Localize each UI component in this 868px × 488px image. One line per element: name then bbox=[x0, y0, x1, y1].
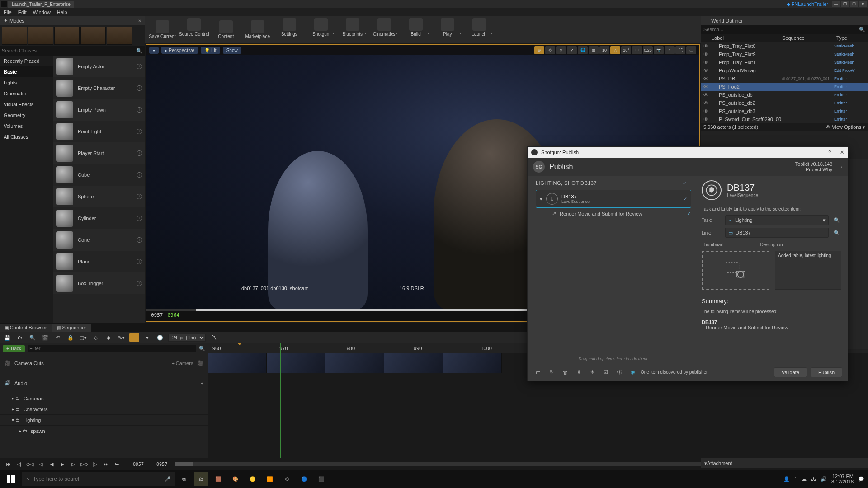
cat-basic[interactable]: Basic bbox=[0, 66, 53, 77]
info-icon[interactable]: i bbox=[137, 216, 142, 221]
start-button[interactable] bbox=[0, 470, 22, 488]
outliner-row[interactable]: 👁PropWindManagEdit PropW bbox=[701, 66, 868, 75]
outliner-row[interactable]: 👁PS_outside_db3Emitter bbox=[701, 107, 868, 115]
fps-select[interactable]: 24 fps (film) bbox=[168, 334, 206, 342]
actor-empty-character[interactable]: Empty Characteri bbox=[53, 77, 145, 99]
save-icon[interactable]: 💾 bbox=[3, 333, 12, 342]
outliner-row[interactable]: 👁P_Sword_Cut_Scsf0290_001Emitter bbox=[701, 115, 868, 123]
key-mode-icon[interactable] bbox=[129, 333, 139, 342]
app-icon-1[interactable]: 🟫 bbox=[211, 472, 226, 486]
play-icon[interactable]: ▶ bbox=[59, 461, 66, 467]
project-tab[interactable]: Launch_Trailer_P_Enterprise bbox=[8, 1, 74, 8]
viewport-layout-icon[interactable]: ▭ bbox=[686, 46, 696, 54]
info-icon[interactable]: i bbox=[137, 237, 142, 243]
undo-icon[interactable]: ↶ bbox=[53, 333, 62, 342]
toolbar-content[interactable]: Content bbox=[211, 18, 241, 42]
next-key-icon[interactable]: ▷◇ bbox=[80, 461, 88, 467]
actor-empty-actor[interactable]: Empty Actori bbox=[53, 56, 145, 77]
track-cameras[interactable]: ▸ 🗀 Cameras bbox=[0, 393, 208, 404]
grid-snap-value[interactable]: 10 bbox=[599, 46, 609, 54]
track-camera-cuts[interactable]: 🎥 Camera Cuts + Camera 🎥 bbox=[0, 353, 208, 373]
subtask-label[interactable]: Render Movie and Submit for Review bbox=[560, 211, 642, 216]
scale-snap-icon[interactable]: ⬚ bbox=[632, 46, 642, 54]
translate-tool-icon[interactable]: ✥ bbox=[545, 46, 555, 54]
modes-search-input[interactable] bbox=[2, 48, 136, 53]
col-sequence[interactable]: Sequence bbox=[782, 35, 836, 41]
track-spawn[interactable]: ▸ 🗀 spawn bbox=[0, 426, 208, 436]
modes-search[interactable]: 🔍 bbox=[0, 46, 145, 56]
playhead[interactable] bbox=[240, 343, 240, 458]
key-changed-icon[interactable]: ◈ bbox=[104, 333, 113, 342]
viewport-menu[interactable]: ▾ bbox=[149, 47, 159, 54]
marker[interactable] bbox=[280, 343, 281, 458]
to-start-icon[interactable]: ⏮ bbox=[5, 461, 12, 467]
task-view-icon[interactable]: ⧉ bbox=[177, 472, 191, 486]
link-field[interactable]: ▭DB137 bbox=[725, 228, 829, 238]
task-search-icon[interactable]: 🔍 bbox=[832, 216, 841, 225]
check-all-icon[interactable]: ☑ bbox=[601, 367, 611, 377]
shotgun-desktop-icon[interactable]: 🔵 bbox=[297, 472, 311, 486]
viewport-mode[interactable]: ▸ Perspective bbox=[161, 47, 198, 54]
link-search-icon[interactable]: 🔍 bbox=[832, 228, 841, 237]
info-icon[interactable]: ⓘ bbox=[614, 367, 624, 377]
unreal-icon[interactable]: ⬛ bbox=[314, 472, 329, 486]
toolbar-source-control[interactable]: Source Control bbox=[179, 18, 209, 42]
toolbar-cinematics[interactable]: Cinematics bbox=[369, 18, 399, 42]
menu-edit[interactable]: Edit bbox=[18, 9, 27, 15]
key-all-icon[interactable]: ◇ bbox=[91, 333, 100, 342]
help-button[interactable]: ? bbox=[828, 150, 831, 155]
delete-icon[interactable]: 🗑 bbox=[560, 367, 570, 377]
col-type[interactable]: Type bbox=[836, 35, 868, 41]
attachment-section[interactable]: ▾ Attachment bbox=[701, 458, 868, 468]
close-button[interactable]: ✕ bbox=[840, 150, 844, 155]
col-label[interactable]: Label bbox=[701, 35, 782, 41]
foliage-mode-icon[interactable] bbox=[80, 27, 106, 45]
paint-mode-icon[interactable] bbox=[28, 27, 53, 45]
minimize-button[interactable]: — bbox=[832, 1, 840, 7]
actor-plane[interactable]: Planei bbox=[53, 251, 145, 272]
sublime-icon[interactable]: 🟧 bbox=[263, 472, 277, 486]
description-field[interactable]: Added table, latest lighting bbox=[775, 251, 841, 290]
cat-cinematic[interactable]: Cinematic bbox=[0, 88, 53, 99]
clock[interactable]: 12:07 PM8/12/2018 bbox=[831, 474, 854, 484]
expand-icon[interactable]: ▾ bbox=[540, 196, 542, 202]
outliner-row[interactable]: 👁PS_outside_db2Emitter bbox=[701, 99, 868, 107]
scale-snap-value[interactable]: 0.25 bbox=[643, 46, 653, 54]
info-icon[interactable]: i bbox=[137, 281, 142, 286]
publish-item[interactable]: ▾ U DB137 LevelSequence ≡ ✓ bbox=[536, 190, 691, 208]
work-start[interactable]: 0957 bbox=[156, 462, 167, 467]
actor-empty-pawn[interactable]: Empty Pawni bbox=[53, 99, 145, 121]
surface-snap-icon[interactable]: ▦ bbox=[589, 46, 599, 54]
cat-volumes[interactable]: Volumes bbox=[0, 121, 53, 131]
render-movie-icon[interactable]: 🎬 bbox=[41, 333, 50, 342]
actor-sphere[interactable]: Spherei bbox=[53, 186, 145, 207]
outliner-row[interactable]: 👁PS_outside_dbEmitter bbox=[701, 91, 868, 99]
range-start[interactable]: 0957 bbox=[133, 462, 144, 467]
time-icon[interactable]: 🕐 bbox=[156, 333, 165, 342]
outliner-search-input[interactable] bbox=[703, 27, 859, 32]
info-icon[interactable]: i bbox=[137, 129, 142, 134]
cat-recently-placed[interactable]: Recently Placed bbox=[0, 56, 53, 66]
toolbar-shotgun[interactable]: Shotgun bbox=[306, 18, 336, 42]
thumbnail-dropzone[interactable] bbox=[702, 251, 769, 290]
task-field[interactable]: ✓Lighting▾ bbox=[725, 215, 829, 225]
info-icon[interactable]: i bbox=[137, 85, 142, 91]
info-icon[interactable]: i bbox=[137, 150, 142, 156]
outliner-row[interactable]: 👁Prop_Tray_Flat9StaticMesh bbox=[701, 50, 868, 58]
frame-back-icon[interactable]: ◁ bbox=[37, 461, 44, 467]
outliner-row[interactable]: 👁PS_DBdb0137_001, db0270_001Emitter bbox=[701, 75, 868, 83]
notifications-icon[interactable]: 💬 bbox=[858, 476, 864, 482]
tab-sequencer[interactable]: ▤ Sequencer bbox=[52, 324, 91, 332]
subtask-check-icon[interactable]: ✓ bbox=[687, 211, 691, 216]
visibility-icon[interactable]: 👁 bbox=[703, 43, 710, 49]
select-tool-icon[interactable]: ⊕ bbox=[534, 46, 544, 54]
camera-speed-icon[interactable]: 📷 bbox=[654, 46, 664, 54]
actor-cube[interactable]: Cubei bbox=[53, 164, 145, 186]
track-audio[interactable]: 🔊 Audio + bbox=[0, 373, 208, 393]
step-back-icon[interactable]: ◁| bbox=[15, 461, 23, 467]
search-icon[interactable]: 🔍 bbox=[199, 346, 205, 352]
info-icon[interactable]: i bbox=[137, 259, 142, 264]
prev-key-icon[interactable]: ◇◁ bbox=[26, 461, 33, 467]
visibility-icon[interactable]: 👁 bbox=[703, 84, 710, 89]
actor-cylinder[interactable]: Cylinderi bbox=[53, 207, 145, 229]
